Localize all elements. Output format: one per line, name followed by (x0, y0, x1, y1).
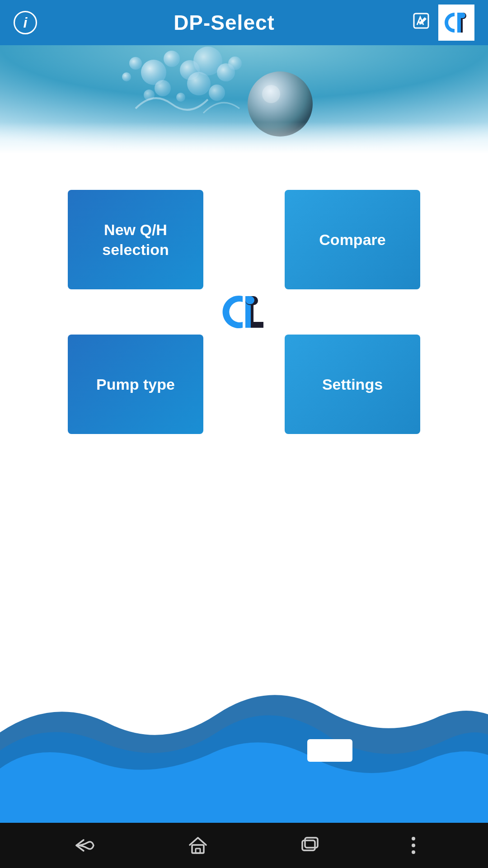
pump-type-button[interactable]: Pump type (68, 335, 203, 434)
header-right-icons (411, 5, 474, 41)
bottom-buttons-row: Pump type Settings (68, 335, 420, 434)
wave-footer (0, 651, 488, 823)
splash-image (0, 45, 488, 154)
svg-point-15 (228, 57, 242, 70)
nav-more-button[interactable] (412, 837, 415, 854)
dot-2 (412, 844, 415, 847)
svg-rect-31 (305, 838, 318, 848)
header-logo (438, 5, 474, 41)
svg-point-20 (262, 85, 280, 103)
settings-button[interactable]: Settings (285, 335, 420, 434)
new-selection-button[interactable]: New Q/H selection (68, 190, 203, 289)
svg-point-9 (129, 57, 142, 70)
svg-rect-26 (253, 322, 263, 328)
nav-home-button[interactable] (188, 835, 208, 856)
svg-point-14 (122, 72, 131, 81)
nav-back-button[interactable] (73, 836, 96, 854)
info-icon[interactable]: i (14, 11, 37, 34)
svg-point-18 (176, 93, 185, 102)
center-logo (210, 289, 278, 335)
splash-svg (0, 45, 488, 154)
page-wrapper: i DP-Select (0, 0, 488, 868)
nav-recents-button[interactable] (300, 835, 320, 856)
svg-point-12 (155, 80, 171, 96)
app-header: i DP-Select (0, 0, 488, 45)
content-area: New Q/H selection Compare (0, 154, 488, 868)
svg-rect-4 (457, 13, 465, 18)
svg-point-13 (187, 72, 211, 95)
edit-icon[interactable] (411, 11, 431, 35)
svg-rect-29 (196, 849, 200, 853)
svg-rect-21 (0, 122, 488, 154)
dot-3 (412, 850, 415, 854)
app-title: DP-Select (174, 10, 275, 35)
wave-svg (0, 651, 488, 823)
top-buttons-row: New Q/H selection Compare (68, 190, 420, 289)
svg-rect-30 (302, 840, 315, 850)
compare-button[interactable]: Compare (285, 190, 420, 289)
dp-logo-center-svg (210, 289, 278, 335)
more-dots-icon (412, 837, 415, 854)
svg-rect-25 (245, 296, 254, 304)
android-navbar (0, 823, 488, 868)
svg-point-17 (209, 85, 225, 101)
svg-point-7 (164, 51, 180, 67)
svg-rect-27 (307, 739, 352, 762)
dot-1 (412, 837, 415, 840)
